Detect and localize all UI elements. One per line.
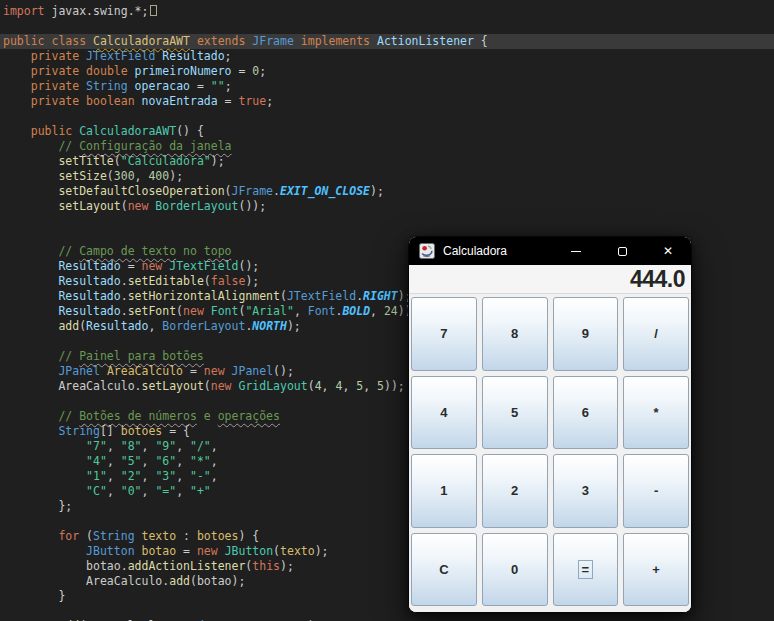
code-token: texto <box>142 529 177 543</box>
calc-button-3[interactable]: 3 <box>553 454 619 528</box>
calc-button-minus[interactable]: - <box>623 454 689 528</box>
code-token: ( <box>280 289 287 303</box>
code-line[interactable]: private boolean novaEntrada = true; <box>0 94 774 109</box>
code-token: , <box>294 304 308 318</box>
minimize-button[interactable] <box>553 237 599 265</box>
code-line[interactable]: public class CalculadoraAWT extends JFra… <box>0 34 774 49</box>
code-token: ; <box>266 94 273 108</box>
code-token: 400 <box>148 169 169 183</box>
calc-button-1[interactable]: 1 <box>411 454 477 528</box>
calc-button-multiply[interactable]: * <box>623 376 689 450</box>
code-token: setDefaultCloseOperation <box>58 184 224 198</box>
code-token: botao <box>86 559 121 573</box>
code-line[interactable]: setTitle("Calculadora"); <box>0 154 774 169</box>
code-token: "=" <box>155 484 176 498</box>
unknown-char-box-icon <box>150 5 157 16</box>
code-token: JPanel <box>232 364 274 378</box>
code-token: double <box>86 64 128 78</box>
code-token: ); <box>280 559 294 573</box>
code-token: 5 <box>377 379 384 393</box>
code-token <box>3 154 58 168</box>
calc-button-divide[interactable]: / <box>623 297 689 371</box>
code-token: CalculadoraAWT <box>93 34 190 48</box>
code-token <box>3 544 86 558</box>
code-token: add <box>169 574 190 588</box>
code-token: , <box>211 439 218 453</box>
code-line[interactable] <box>0 214 774 229</box>
calculator-titlebar: Calculadora ✕ <box>409 237 691 265</box>
code-line[interactable]: public CalculadoraAWT() { <box>0 124 774 139</box>
code-token: addActionListener <box>128 559 246 573</box>
code-token: private <box>31 94 79 108</box>
code-token: private <box>31 79 79 93</box>
code-token: "Calculadora" <box>121 154 211 168</box>
code-token <box>3 94 31 108</box>
calc-button-clear[interactable]: C <box>411 533 477 607</box>
maximize-button[interactable] <box>599 237 645 265</box>
code-token: 300 <box>114 169 135 183</box>
code-token <box>3 79 31 93</box>
code-token <box>3 559 86 573</box>
code-token: "9" <box>155 439 176 453</box>
code-token <box>128 79 135 93</box>
code-line[interactable]: setSize(300, 400); <box>0 169 774 184</box>
code-token <box>3 469 86 483</box>
code-token <box>128 64 135 78</box>
code-token: ( <box>273 544 280 558</box>
code-token: setLayout <box>142 379 204 393</box>
code-token <box>294 34 301 48</box>
code-token: , <box>107 439 121 453</box>
code-line[interactable] <box>0 109 774 124</box>
code-token: JButton <box>86 544 134 558</box>
code-token: ()); <box>238 199 266 213</box>
code-line[interactable]: private double primeiroNumero = 0; <box>0 64 774 79</box>
code-token: = <box>190 79 211 93</box>
code-token: new <box>183 304 204 318</box>
code-token <box>3 244 58 258</box>
code-token <box>218 544 225 558</box>
code-line[interactable] <box>0 19 774 34</box>
code-line[interactable]: private String operacao = ""; <box>0 79 774 94</box>
code-token: public class <box>3 34 93 48</box>
code-token: ; <box>259 64 266 78</box>
code-token: "5" <box>121 454 142 468</box>
code-token <box>3 64 31 78</box>
code-line[interactable]: import javax.swing.*; <box>0 4 774 19</box>
focus-ring: = <box>578 560 594 579</box>
code-token: ( <box>190 574 197 588</box>
calc-button-7[interactable]: 7 <box>411 297 477 371</box>
calc-button-equals[interactable]: = <box>553 533 619 607</box>
calc-button-2[interactable]: 2 <box>482 454 548 528</box>
code-token <box>100 364 107 378</box>
code-token <box>3 409 58 423</box>
code-token: . <box>135 379 142 393</box>
calc-button-8[interactable]: 8 <box>482 297 548 371</box>
calc-button-4[interactable]: 4 <box>411 376 477 450</box>
code-line[interactable]: // Configuração da janela <box>0 139 774 154</box>
code-token: . <box>273 184 280 198</box>
code-token <box>3 379 58 393</box>
code-token: Painel para botões <box>79 349 204 363</box>
code-line[interactable]: setLayout(new BorderLayout()); <box>0 199 774 214</box>
code-token: "8" <box>121 439 142 453</box>
close-button[interactable]: ✕ <box>645 237 691 265</box>
calculator-display: 444.0 <box>409 265 691 294</box>
calc-button-0[interactable]: 0 <box>482 533 548 607</box>
code-token: "/" <box>190 439 211 453</box>
code-token: ( <box>121 199 128 213</box>
code-token: ( <box>204 379 211 393</box>
code-token: , <box>107 484 121 498</box>
code-token <box>190 34 197 48</box>
code-line[interactable]: private JTextField Resultado; <box>0 49 774 64</box>
code-token: String <box>86 79 128 93</box>
code-token: , <box>142 439 156 453</box>
code-token: , <box>176 439 190 453</box>
code-line[interactable]: setDefaultCloseOperation(JFrame.EXIT_ON_… <box>0 184 774 199</box>
code-token: Font <box>308 304 336 318</box>
calc-button-6[interactable]: 6 <box>553 376 619 450</box>
calc-button-plus[interactable]: + <box>623 533 689 607</box>
calc-button-9[interactable]: 9 <box>553 297 619 371</box>
code-token: (); <box>238 259 259 273</box>
calc-button-5[interactable]: 5 <box>482 376 548 450</box>
code-token: this <box>252 559 280 573</box>
